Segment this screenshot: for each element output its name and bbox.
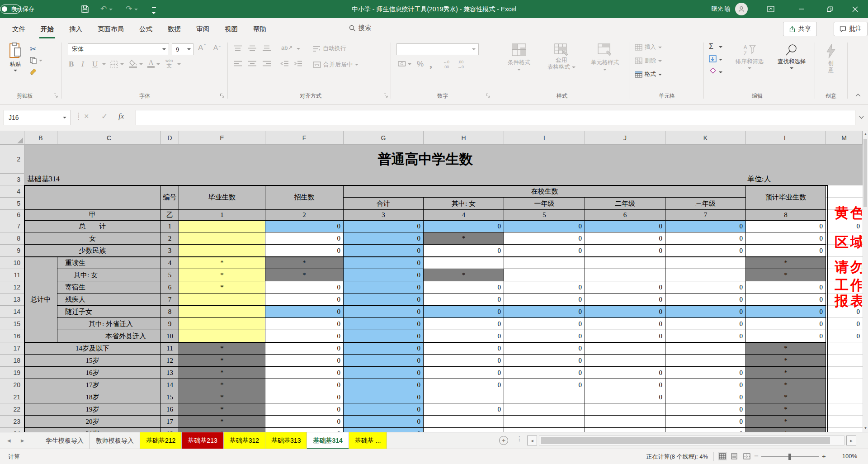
row-label-11[interactable]: 其中: 女 xyxy=(57,269,161,281)
number-dialog-launcher[interactable] xyxy=(486,93,490,98)
cell-H13[interactable]: 0 xyxy=(424,294,504,306)
cell-L7[interactable]: 0 xyxy=(746,220,826,232)
row-code-22[interactable]: 16 xyxy=(161,403,179,416)
cell-G22[interactable]: 0 xyxy=(344,403,424,416)
cell-L8[interactable]: 0 xyxy=(746,232,826,245)
cell-K15[interactable]: 0 xyxy=(665,318,746,330)
cell-K10[interactable] xyxy=(665,257,746,269)
sheet-tab-基础基312[interactable]: 基础基312 xyxy=(224,432,265,449)
cell-E24[interactable]: * xyxy=(179,428,265,432)
cell-M24[interactable] xyxy=(826,428,863,432)
cell-M17[interactable] xyxy=(826,342,863,355)
cell-M22[interactable] xyxy=(826,403,863,416)
cell-F19[interactable]: 0 xyxy=(265,367,344,379)
cell-M16[interactable]: 0 xyxy=(826,330,863,342)
header-grade2[interactable]: 二年级 xyxy=(585,198,665,210)
header-colcode-2[interactable]: 2 xyxy=(265,210,344,220)
cell-G12[interactable]: 0 xyxy=(344,281,424,294)
cell-L9[interactable]: 0 xyxy=(746,245,826,257)
align-center-icon[interactable] xyxy=(248,61,257,66)
cell-E13[interactable] xyxy=(179,294,265,306)
row-header-21[interactable]: 21 xyxy=(0,391,24,403)
cell-E12[interactable]: * xyxy=(179,281,265,294)
orientation-button[interactable]: ab↗ xyxy=(281,44,292,51)
clipboard-dialog-launcher[interactable] xyxy=(53,93,58,98)
row-label-22[interactable]: 19岁 xyxy=(24,403,161,416)
delete-cells-button[interactable]: 删除 xyxy=(635,57,662,65)
cell-F17[interactable]: 0 xyxy=(265,342,344,355)
cell-L22[interactable]: * xyxy=(746,403,826,416)
row-label-8[interactable]: 女 xyxy=(24,232,161,245)
cell-F21[interactable]: 0 xyxy=(265,391,344,403)
row-code-20[interactable]: 14 xyxy=(161,379,179,391)
ideas-button[interactable]: 创意 xyxy=(819,43,843,74)
header-bianhao[interactable]: 编号 xyxy=(161,185,179,210)
fill-color-button[interactable] xyxy=(129,60,137,68)
cell-H11[interactable]: * xyxy=(424,269,504,281)
cell-J17[interactable] xyxy=(585,342,665,355)
cell-G17[interactable]: 0 xyxy=(344,342,424,355)
header-biyeshengshu[interactable]: 毕业生数 xyxy=(179,185,265,210)
cell-K16[interactable]: 0 xyxy=(665,330,746,342)
header-colcode-7[interactable]: 7 xyxy=(665,210,746,220)
row-code-15[interactable]: 9 xyxy=(161,318,179,330)
bold-button[interactable]: B xyxy=(69,60,74,69)
cell-L18[interactable]: * xyxy=(746,355,826,367)
cell-K12[interactable]: 0 xyxy=(665,281,746,294)
borders-icon[interactable] xyxy=(110,61,118,68)
cell-E19[interactable]: * xyxy=(179,367,265,379)
cell-H10[interactable] xyxy=(424,257,504,269)
insert-function-icon[interactable]: fx xyxy=(118,112,124,121)
fill-color-dropdown[interactable] xyxy=(139,63,143,65)
col-header-C[interactable]: C xyxy=(57,131,161,145)
cell-J10[interactable] xyxy=(585,257,665,269)
cell-I20[interactable]: 0 xyxy=(504,379,585,391)
sheet-tab-基础基212[interactable]: 基础基212 xyxy=(140,432,182,449)
zoom-slider[interactable] xyxy=(761,456,819,457)
cell-J7[interactable]: 0 xyxy=(585,220,665,232)
cell-H24[interactable] xyxy=(424,428,504,432)
header-zhaoshengshu[interactable]: 招生数 xyxy=(265,185,344,210)
view-normal-button[interactable] xyxy=(718,452,727,460)
header-colcode-3[interactable]: 3 xyxy=(344,210,424,220)
ribbon-tab-数据[interactable]: 数据 xyxy=(160,18,189,40)
row-header-7[interactable]: 7 xyxy=(0,220,24,232)
cell-I7[interactable]: 0 xyxy=(504,220,585,232)
cell-G8[interactable]: 0 xyxy=(344,232,424,245)
increase-indent-icon[interactable] xyxy=(294,61,302,66)
font-color-dropdown[interactable] xyxy=(156,63,160,65)
cell-E15[interactable] xyxy=(179,318,265,330)
header-grade3[interactable]: 三年级 xyxy=(665,198,746,210)
align-bottom-icon[interactable] xyxy=(262,45,271,51)
cell-G9[interactable]: 0 xyxy=(344,245,424,257)
row-code-23[interactable]: 17 xyxy=(161,416,179,428)
row-label-13[interactable]: 残疾人 xyxy=(57,294,161,306)
vertical-scrollbar-thumb[interactable] xyxy=(863,139,867,207)
row-header-16[interactable]: 16 xyxy=(0,330,24,342)
cell-H12[interactable]: 0 xyxy=(424,281,504,294)
cell-I10[interactable] xyxy=(504,257,585,269)
decrease-indent-icon[interactable] xyxy=(280,61,289,66)
cell-M-hdr0[interactable] xyxy=(826,185,863,198)
vscroll-up-icon[interactable]: ▲ xyxy=(863,132,868,136)
ribbon-tab-视图[interactable]: 视图 xyxy=(217,18,245,40)
format-cells-button[interactable]: 格式 xyxy=(635,71,662,78)
cell-I21[interactable] xyxy=(504,391,585,403)
clear-dropdown[interactable] xyxy=(719,71,722,73)
cell-K18[interactable] xyxy=(665,355,746,367)
cell-I8[interactable]: 0 xyxy=(504,232,585,245)
sheet-tab-基础基[interactable]: 基础基 ... xyxy=(349,432,387,449)
ribbon-tab-开始[interactable]: 开始 xyxy=(33,18,61,40)
cell-L17[interactable]: * xyxy=(746,342,826,355)
cell-J21[interactable]: 0 xyxy=(585,391,665,403)
cell-K7[interactable]: 0 xyxy=(665,220,746,232)
cell-H23[interactable] xyxy=(424,416,504,428)
row-label-21[interactable]: 18岁 xyxy=(24,391,161,403)
cell-G7[interactable]: 0 xyxy=(344,220,424,232)
cell-F9[interactable]: 0 xyxy=(265,245,344,257)
cell-J20[interactable]: 0 xyxy=(585,379,665,391)
cell-I18[interactable]: 0 xyxy=(504,355,585,367)
row-header-3[interactable]: 3 xyxy=(0,174,24,185)
restore-button[interactable] xyxy=(819,0,840,18)
sheet-title-cell[interactable]: 普通高中学生数 xyxy=(24,145,826,174)
